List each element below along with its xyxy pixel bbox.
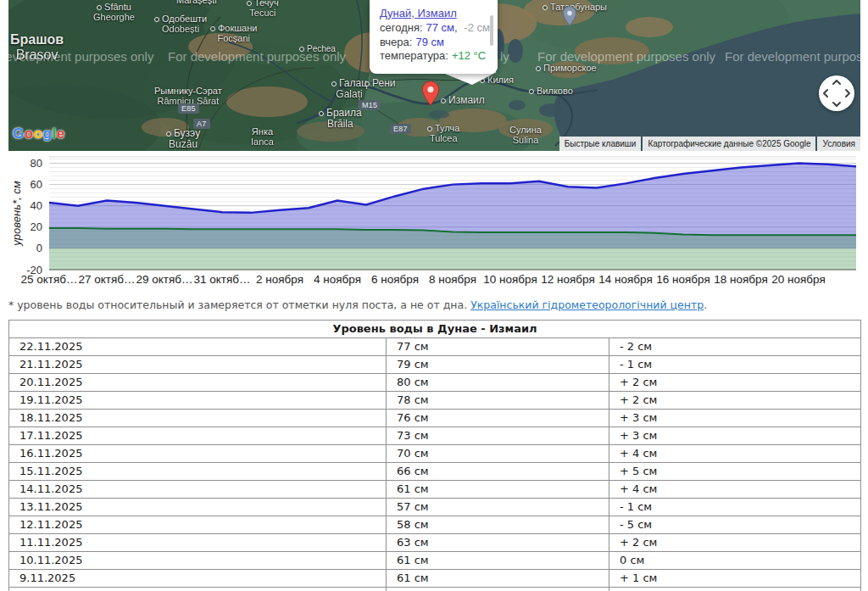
map-city-label: ТечучTecuci	[247, 0, 279, 18]
change-cell: + 1 см	[609, 570, 861, 588]
map-city-label: Измаил	[441, 95, 485, 106]
today-change: -2 см	[464, 21, 490, 34]
level-cell: 57 см	[387, 499, 609, 516]
city-dot-icon	[427, 126, 432, 131]
table-row: 9.11.202561 см+ 1 см	[9, 570, 861, 588]
change-cell: - 2 см	[609, 338, 861, 356]
map-watermark: For development purposes only	[168, 49, 346, 64]
google-logo[interactable]: Google	[13, 125, 65, 142]
date-cell: 16.11.2025	[9, 445, 387, 463]
svg-text:уровень*, см: уровень*, см	[10, 181, 23, 246]
svg-text:2 ноября: 2 ноября	[256, 273, 303, 286]
level-cell: 78 см	[387, 392, 609, 410]
secondary-marker-pin-icon[interactable]	[562, 6, 577, 30]
map-canvas[interactable]: SfântuGheorgheБрашовBrasovОдобештиOdobeș…	[8, 0, 860, 151]
table-row: 11.11.202563 см+ 2 см	[9, 534, 861, 552]
change-cell: + 4 см	[609, 445, 861, 463]
footnote-text: * уровень воды относительный и замеряетс…	[8, 298, 470, 311]
table-row: 22.11.202577 см- 2 см	[9, 338, 861, 356]
map-city-label: БузэуBuzău	[166, 128, 200, 150]
izmail-marker-pin-icon[interactable]	[420, 81, 441, 109]
temperature-label: температура:	[380, 49, 448, 62]
city-dot-icon	[536, 66, 541, 71]
map-watermark: ly	[500, 49, 509, 64]
footnote-suffix: .	[704, 298, 707, 311]
level-cell	[387, 588, 609, 591]
popup-scrollbar[interactable]	[490, 15, 493, 46]
map-city-label: Вилково	[529, 86, 573, 96]
change-cell	[609, 588, 861, 591]
temperature-value: +12 °C	[452, 49, 486, 62]
today-value: 77 см	[426, 21, 455, 34]
svg-text:14 ноября: 14 ноября	[598, 273, 652, 286]
svg-text:20: 20	[31, 220, 42, 233]
map-city-label: ФокшаниFocșani	[210, 23, 257, 43]
svg-text:8 ноября: 8 ноября	[429, 273, 476, 286]
svg-text:4 ноября: 4 ноября	[314, 273, 361, 286]
map-city-label: SfântuGheorghe	[93, 2, 135, 22]
level-cell: 70 см	[387, 445, 609, 463]
city-dot-icon	[319, 111, 324, 116]
level-cell: 80 см	[387, 374, 609, 392]
change-cell: + 5 см	[609, 463, 861, 481]
date-cell: 19.11.2025	[9, 392, 387, 410]
city-dot-icon	[166, 131, 171, 137]
svg-text:10 ноября: 10 ноября	[483, 273, 537, 286]
map-info-popup: Дунай, Измаил сегодня:77 см, -2 см вчера…	[370, 0, 498, 74]
table-row: 16.11.202570 см+ 4 см	[9, 445, 861, 463]
table-row: 14.11.202561 см+ 4 см	[9, 481, 861, 499]
level-cell: 58 см	[387, 516, 609, 534]
city-dot-icon	[210, 26, 215, 31]
svg-text:6 ноября: 6 ноября	[371, 273, 419, 286]
svg-text:40: 40	[31, 199, 42, 212]
date-cell: 20.11.2025	[9, 374, 387, 392]
level-cell: 61 см	[387, 552, 609, 570]
svg-text:31 октяб…: 31 октяб…	[193, 273, 250, 286]
city-dot-icon	[364, 81, 370, 86]
table-row: 17.11.202573 см+ 3 см	[9, 427, 861, 445]
table-title: Уровень воды в Дунае - Измаил	[9, 321, 861, 338]
date-cell: 21.11.2025	[9, 356, 387, 374]
water-levels-table: Уровень воды в Дунае - Измаил 22.11.2025…	[8, 320, 861, 591]
hydromet-center-link[interactable]: Український гідрометеорологічний центр	[470, 298, 704, 311]
map-city-label: СулинаSulina	[509, 125, 542, 145]
table-row: 21.11.202579 см- 1 см	[9, 356, 861, 374]
svg-text:12 ноября: 12 ноября	[541, 273, 594, 286]
terms-link[interactable]: Условия	[817, 137, 860, 151]
today-label: сегодня:	[380, 21, 423, 34]
popup-station-link[interactable]: Дунай, Измаил	[380, 7, 489, 20]
level-cell: 61 см	[387, 481, 609, 499]
date-cell: 12.11.2025	[9, 516, 387, 534]
city-dot-icon	[542, 5, 548, 10]
change-cell: + 2 см	[609, 534, 861, 552]
road-badge: M15	[359, 100, 381, 110]
popup-yesterday-line: вчера:79 см	[380, 36, 489, 48]
svg-text:29 октяб…: 29 октяб…	[136, 273, 192, 286]
pan-arrows-icon	[819, 75, 854, 111]
table-row: 18.11.202576 см+ 3 см	[9, 410, 861, 427]
map-city-label: ЯнкаIanca	[251, 126, 274, 147]
date-cell: 18.11.2025	[9, 410, 387, 427]
table-row	[9, 588, 861, 591]
map-pan-control[interactable]	[819, 75, 854, 111]
map-city-label: Mărășești	[176, 0, 217, 5]
svg-text:60: 60	[31, 178, 42, 191]
keyboard-shortcuts-link[interactable]: Быстрые клавиши	[559, 137, 642, 151]
level-cell: 79 см	[387, 356, 609, 374]
change-cell: + 4 см	[609, 481, 861, 499]
change-cell: + 2 см	[609, 392, 861, 410]
level-cell: 63 см	[387, 534, 609, 552]
date-cell: 15.11.2025	[9, 463, 387, 481]
table-row: 20.11.202580 см+ 2 см	[9, 374, 861, 392]
table-row: 12.11.202558 см- 5 см	[9, 516, 861, 534]
map-city-label: ГалацGalați	[331, 78, 367, 100]
date-cell: 14.11.2025	[9, 481, 387, 499]
level-cell: 77 см	[387, 338, 609, 356]
map-watermark: development purposes only	[8, 49, 153, 64]
map-city-label: Приморское	[536, 63, 597, 73]
date-cell: 22.11.2025	[9, 338, 387, 356]
table-row: 10.11.202561 см0 см	[9, 552, 861, 570]
map-city-label: ОдобештиOdobești	[154, 14, 207, 34]
page: SfântuGheorgheБрашовBrasovОдобештиOdobeș…	[0, 0, 868, 591]
change-cell: + 3 см	[609, 427, 861, 445]
